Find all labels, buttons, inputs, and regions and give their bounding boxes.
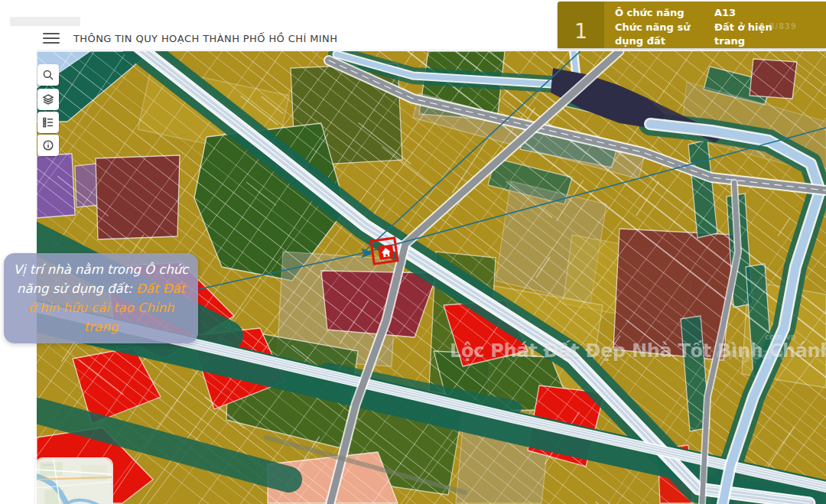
location-tooltip: Vị trí nhà nằm trong Ô chức năng sử dụng… xyxy=(4,253,198,343)
info-button[interactable] xyxy=(37,135,59,156)
window-artifact xyxy=(10,17,80,26)
field-label: Chức năng sử dụng đất xyxy=(615,21,711,48)
faint-watermark-text: 8/839 xyxy=(769,20,797,34)
minimap-graphics xyxy=(37,459,112,504)
menu-button[interactable] xyxy=(43,33,60,44)
layers-button[interactable] xyxy=(37,89,59,110)
result-index-badge: 1 xyxy=(558,2,604,48)
field-label: Ô chức năng xyxy=(615,6,711,20)
watermark-small-text: com.vn xyxy=(765,333,796,341)
search-button[interactable] xyxy=(37,64,59,86)
field-value: A13 xyxy=(714,6,820,20)
watermark-overlay-text: ongsan xyxy=(716,344,785,363)
search-icon xyxy=(42,69,54,81)
overview-minimap[interactable] xyxy=(37,459,112,504)
planning-map-app: THÔNG TIN QUY HOẠCH THÀNH PHỐ HỒ CHÍ MIN… xyxy=(0,0,826,504)
legend-list-icon xyxy=(42,116,54,128)
info-icon xyxy=(42,139,54,151)
layers-icon xyxy=(42,93,54,106)
parcel-info-rows: Ô chức năng A13 Chức năng sử dụng đất Đấ… xyxy=(604,2,826,48)
hamburger-icon xyxy=(43,33,60,34)
legend-button[interactable] xyxy=(37,112,59,133)
parcel-info-panel: 1 Ô chức năng A13 Chức năng sử dụng đất … xyxy=(558,2,826,48)
page-title: THÔNG TIN QUY HOẠCH THÀNH PHỐ HỒ CHÍ MIN… xyxy=(73,33,337,44)
